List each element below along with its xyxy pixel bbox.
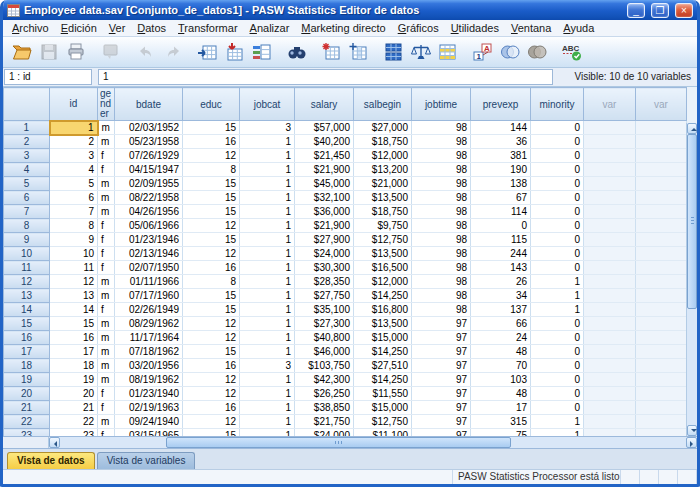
cell-id[interactable]: 7 <box>50 205 98 219</box>
cell-minority[interactable]: 1 <box>531 429 584 437</box>
cell-bdate[interactable]: 04/15/1947 <box>115 163 183 177</box>
cell-jobcat[interactable]: 1 <box>240 429 295 437</box>
cell-salbegin[interactable]: $18,750 <box>354 205 412 219</box>
row-header[interactable]: 1 <box>4 121 50 135</box>
column-header-var[interactable]: var <box>636 88 687 121</box>
column-header-bdate[interactable]: bdate <box>115 88 183 121</box>
cell-minority[interactable]: 0 <box>531 247 584 261</box>
menu-item-edici-n[interactable]: Edición <box>55 21 103 35</box>
cell-id[interactable]: 11 <box>50 261 98 275</box>
cell-jobcat[interactable]: 1 <box>240 289 295 303</box>
cell-var[interactable] <box>636 135 687 149</box>
cell-id[interactable]: 21 <box>50 401 98 415</box>
cell-minority[interactable]: 0 <box>531 121 584 135</box>
cell-salary[interactable]: $35,100 <box>295 303 354 317</box>
menu-item-marketing-directo[interactable]: Marketing directo <box>295 21 391 35</box>
cell-educ[interactable]: 12 <box>183 149 240 163</box>
cell-var[interactable] <box>636 205 687 219</box>
menu-item-transformar[interactable]: Transformar <box>172 21 244 35</box>
cell-prevexp[interactable]: 115 <box>471 233 531 247</box>
row-header[interactable]: 22 <box>4 415 50 429</box>
cell-gender[interactable]: m <box>98 121 115 135</box>
cell-prevexp[interactable]: 36 <box>471 135 531 149</box>
cell-educ[interactable]: 8 <box>183 163 240 177</box>
cell-salbegin[interactable]: $13,500 <box>354 191 412 205</box>
cell-prevexp[interactable]: 34 <box>471 289 531 303</box>
cell-educ[interactable]: 15 <box>183 289 240 303</box>
row-header[interactable]: 21 <box>4 401 50 415</box>
cell-salary[interactable]: $103,750 <box>295 359 354 373</box>
horizontal-scrollbar[interactable] <box>3 436 697 448</box>
cell-educ[interactable]: 15 <box>183 233 240 247</box>
cell-jobtime[interactable]: 97 <box>412 359 471 373</box>
variables-icon[interactable] <box>248 39 275 65</box>
cell-salbegin[interactable]: $14,250 <box>354 345 412 359</box>
cell-salary[interactable]: $40,200 <box>295 135 354 149</box>
cell-jobcat[interactable]: 1 <box>240 191 295 205</box>
cell-bdate[interactable]: 02/07/1950 <box>115 261 183 275</box>
cell-bdate[interactable]: 03/20/1956 <box>115 359 183 373</box>
column-header-prevexp[interactable]: prevexp <box>471 88 531 121</box>
cell-bdate[interactable]: 07/26/1929 <box>115 149 183 163</box>
show-all-variables-icon[interactable] <box>523 39 550 65</box>
cell-gender[interactable]: f <box>98 303 115 317</box>
cell-jobtime[interactable]: 98 <box>412 303 471 317</box>
cell-jobtime[interactable]: 97 <box>412 317 471 331</box>
cell-salary[interactable]: $28,350 <box>295 275 354 289</box>
cell-jobcat[interactable]: 1 <box>240 219 295 233</box>
column-header-id[interactable]: id <box>50 88 98 121</box>
cell-educ[interactable]: 12 <box>183 247 240 261</box>
menu-item-ventana[interactable]: Ventana <box>505 21 557 35</box>
cell-var[interactable] <box>584 387 636 401</box>
cell-var[interactable] <box>636 303 687 317</box>
row-header[interactable]: 8 <box>4 219 50 233</box>
cell-jobcat[interactable]: 1 <box>240 317 295 331</box>
tab-vista-de-datos[interactable]: Vista de datos <box>7 452 95 469</box>
cell-bdate[interactable]: 03/15/1965 <box>115 429 183 437</box>
cell-salary[interactable]: $21,900 <box>295 219 354 233</box>
cell-educ[interactable]: 15 <box>183 429 240 437</box>
maximize-button[interactable]: ❐ <box>651 3 669 18</box>
cell-salbegin[interactable]: $27,510 <box>354 359 412 373</box>
row-header[interactable]: 17 <box>4 345 50 359</box>
cell-salbegin[interactable]: $15,000 <box>354 331 412 345</box>
cell-id[interactable]: 13 <box>50 289 98 303</box>
row-header[interactable]: 11 <box>4 261 50 275</box>
cell-jobtime[interactable]: 98 <box>412 205 471 219</box>
cell-var[interactable] <box>584 261 636 275</box>
column-header-educ[interactable]: educ <box>183 88 240 121</box>
cell-minority[interactable]: 0 <box>531 233 584 247</box>
cell-jobcat[interactable]: 1 <box>240 233 295 247</box>
close-button[interactable]: × <box>675 3 693 18</box>
cell-jobcat[interactable]: 1 <box>240 401 295 415</box>
vertical-scroll-thumb[interactable] <box>687 134 697 309</box>
cell-minority[interactable]: 1 <box>531 289 584 303</box>
cell-id[interactable]: 22 <box>50 415 98 429</box>
cell-var[interactable] <box>636 401 687 415</box>
column-header-salbegin[interactable]: salbegin <box>354 88 412 121</box>
cell-salbegin[interactable]: $12,750 <box>354 233 412 247</box>
column-header-salary[interactable]: salary <box>295 88 354 121</box>
cell-prevexp[interactable]: 137 <box>471 303 531 317</box>
cell-prevexp[interactable]: 75 <box>471 429 531 437</box>
row-header[interactable]: 2 <box>4 135 50 149</box>
cell-educ[interactable]: 12 <box>183 415 240 429</box>
menu-item-datos[interactable]: Datos <box>131 21 172 35</box>
cell-jobcat[interactable]: 1 <box>240 331 295 345</box>
cell-var[interactable] <box>584 401 636 415</box>
cell-salary[interactable]: $42,300 <box>295 373 354 387</box>
cell-minority[interactable]: 0 <box>531 135 584 149</box>
cell-salary[interactable]: $38,850 <box>295 401 354 415</box>
row-header[interactable]: 23 <box>4 429 50 437</box>
cell-id[interactable]: 20 <box>50 387 98 401</box>
cell-bdate[interactable]: 07/18/1962 <box>115 345 183 359</box>
cell-jobcat[interactable]: 1 <box>240 387 295 401</box>
cell-educ[interactable]: 15 <box>183 121 240 135</box>
menu-item-gr-ficos[interactable]: Gráficos <box>392 21 445 35</box>
cell-jobtime[interactable]: 98 <box>412 261 471 275</box>
cell-id[interactable]: 4 <box>50 163 98 177</box>
cell-var[interactable] <box>584 345 636 359</box>
cell-jobtime[interactable]: 97 <box>412 415 471 429</box>
cell-var[interactable] <box>584 121 636 135</box>
cell-educ[interactable]: 16 <box>183 401 240 415</box>
